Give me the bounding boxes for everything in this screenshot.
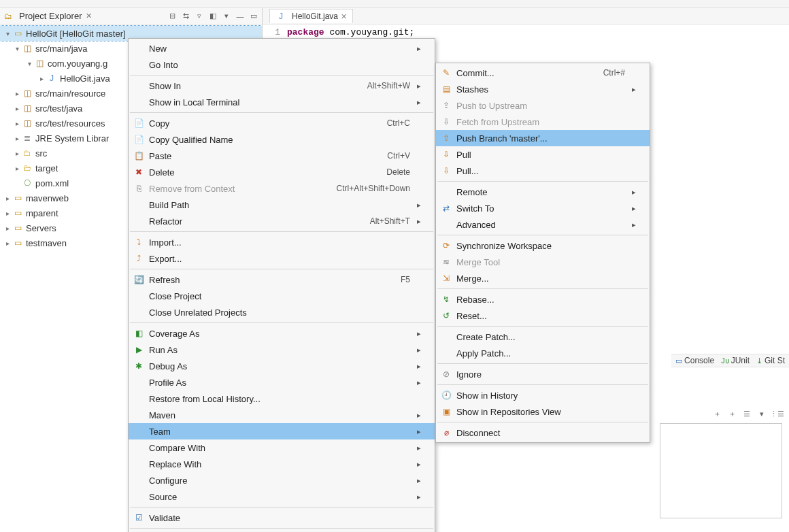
menu-item-source[interactable]: Source▸ (129, 488, 435, 505)
menu-item-build-path[interactable]: Build Path▸ (129, 197, 435, 213)
focus-icon[interactable]: ◧ (207, 11, 218, 22)
menu-item-copy-qualified-name[interactable]: 📄Copy Qualified Name (129, 131, 435, 148)
blank-icon (133, 59, 145, 70)
menu-item-refactor[interactable]: RefactorAlt+Shift+T▸ (129, 213, 435, 229)
add2-icon[interactable]: ＋ (726, 408, 737, 419)
menu-item-maven[interactable]: Maven▸ (129, 407, 435, 423)
menu-item-paste[interactable]: 📋PasteCtrl+V (129, 148, 435, 164)
menu-item-synchronize-workspace[interactable]: ⟳Synchronize Workspace (436, 237, 650, 254)
tree-item-label: src/test/resources (35, 118, 105, 129)
menu-item-stashes[interactable]: ▤Stashes▸ (436, 81, 650, 97)
menu-item-commit[interactable]: ✎Commit...Ctrl+# (436, 65, 650, 81)
chevron-right-icon[interactable]: ▸ (12, 150, 22, 157)
link-editor-icon[interactable]: ⇆ (180, 11, 191, 22)
menu-item-pull[interactable]: ⇩Pull (436, 146, 650, 163)
menu-item-rebase[interactable]: ↯Rebase... (436, 291, 650, 307)
editor-tab-label: HelloGit.java (292, 12, 338, 21)
menu-item-validate[interactable]: ☑Validate (129, 510, 435, 526)
menu-item-export[interactable]: ⤴Export... (129, 250, 435, 267)
commit-icon: ✎ (440, 67, 452, 78)
project-icon: ▭ (12, 28, 23, 39)
dropdown-icon[interactable]: ▾ (756, 408, 767, 419)
chevron-right-icon[interactable]: ▸ (3, 195, 12, 202)
chevron-right-icon[interactable]: ▸ (3, 225, 12, 232)
menu-item-accelerator: Ctrl+# (603, 68, 625, 78)
staging-panel[interactable] (660, 423, 782, 518)
chevron-down-icon[interactable]: ▾ (12, 45, 22, 52)
submenu-arrow-icon: ▸ (629, 204, 636, 213)
maximize-icon[interactable]: ▭ (248, 11, 259, 22)
tree-item-label: src/test/java (35, 103, 82, 114)
menu-item-remote[interactable]: Remote▸ (436, 184, 650, 200)
editor-tab-hellogit[interactable]: J HelloGit.java ✕ (269, 9, 353, 23)
tab-junit[interactable]: Jᴜ JUnit (721, 356, 750, 365)
menu-item-delete[interactable]: ✖DeleteDelete (129, 164, 435, 180)
submenu-arrow-icon: ▸ (414, 362, 421, 371)
menu-item-close-unrelated-projects[interactable]: Close Unrelated Projects (129, 304, 435, 320)
blank-icon (133, 80, 145, 91)
menu-item-show-in-repositories-view[interactable]: ▣Show in Repositories View (436, 403, 650, 420)
menu-item-refresh[interactable]: 🔄RefreshF5 (129, 271, 435, 288)
menu-item-switch-to[interactable]: ⇄Switch To▸ (436, 200, 650, 216)
close-icon[interactable]: ✕ (341, 12, 347, 21)
menu-item-compare-with[interactable]: Compare With▸ (129, 439, 435, 456)
menu-item-disconnect[interactable]: ⌀Disconnect (436, 425, 650, 441)
chevron-down-icon[interactable]: ▾ (24, 60, 34, 67)
menu-item-apply-patch[interactable]: Apply Patch... (436, 345, 650, 361)
menu-item-show-in[interactable]: Show InAlt+Shift+W▸ (129, 78, 435, 94)
copy-icon: 📄 (133, 134, 145, 145)
menu-item-profile-as[interactable]: Profile As▸ (129, 374, 435, 390)
chevron-right-icon[interactable]: ▸ (12, 120, 22, 127)
close-icon[interactable]: ✕ (86, 12, 92, 20)
project-explorer-tab[interactable]: 🗂 Project Explorer ✕ (3, 11, 96, 22)
reset-icon: ↺ (440, 310, 452, 321)
submenu-arrow-icon: ▸ (414, 346, 421, 354)
editor-body[interactable]: 1 package com.youyang.git; (263, 24, 789, 37)
chevron-right-icon[interactable]: ▸ (12, 135, 22, 142)
menu-item-show-in-history[interactable]: 🕘Show in History (436, 387, 650, 403)
menu-item-show-in-local-terminal[interactable]: Show in Local Terminal▸ (129, 94, 435, 110)
menu-item-ignore[interactable]: ⊘Ignore (436, 366, 650, 382)
list-icon[interactable]: ☰ (741, 408, 752, 419)
list2-icon[interactable]: ⋮☰ (771, 408, 782, 419)
context-menu[interactable]: New▸Go IntoShow InAlt+Shift+W▸Show in Lo… (128, 38, 435, 532)
menu-item-close-project[interactable]: Close Project (129, 288, 435, 304)
menu-item-import[interactable]: ⤵Import... (129, 234, 435, 250)
menu-item-pull[interactable]: ⇩Pull... (436, 163, 650, 179)
menu-item-copy[interactable]: 📄CopyCtrl+C (129, 115, 435, 131)
team-submenu[interactable]: ✎Commit...Ctrl+#▤Stashes▸⇪Push to Upstre… (435, 63, 650, 443)
chevron-right-icon[interactable]: ▸ (12, 105, 22, 112)
menu-item-create-patch[interactable]: Create Patch... (436, 329, 650, 345)
add-icon[interactable]: ＋ (711, 408, 722, 419)
menu-item-run-as[interactable]: ▶Run As▸ (129, 342, 435, 358)
filter-icon[interactable]: ▿ (194, 11, 205, 22)
chevron-right-icon[interactable]: ▸ (12, 165, 22, 172)
menu-item-go-into[interactable]: Go Into (129, 56, 435, 73)
submenu-arrow-icon: ▸ (414, 44, 421, 53)
chevron-down-icon[interactable]: ▾ (3, 30, 12, 37)
chevron-right-icon[interactable]: ▸ (3, 239, 12, 247)
chevron-right-icon[interactable]: ▸ (37, 75, 46, 82)
view-menu-icon[interactable]: ▾ (221, 11, 232, 22)
tab-console[interactable]: ▭ Console (675, 356, 714, 365)
chevron-right-icon[interactable]: ▸ (12, 90, 22, 97)
blank-icon (133, 290, 145, 301)
tree-item-label: src/main/java (35, 44, 88, 54)
menu-item-replace-with[interactable]: Replace With▸ (129, 456, 435, 472)
menu-separator (437, 288, 648, 289)
menu-item-debug-as[interactable]: ✱Debug As▸ (129, 358, 435, 374)
menu-item-push-branch-master[interactable]: ⇧Push Branch 'master'... (436, 130, 650, 146)
menu-item-new[interactable]: New▸ (129, 40, 435, 56)
minimize-icon[interactable]: — (235, 11, 246, 22)
menu-item-configure[interactable]: Configure▸ (129, 472, 435, 488)
menu-item-team[interactable]: Team▸ (129, 423, 435, 439)
menu-item-reset[interactable]: ↺Reset... (436, 307, 650, 324)
menu-item-merge[interactable]: ⇲Merge... (436, 270, 650, 286)
tab-git-staging[interactable]: ⤓ Git St (756, 356, 785, 365)
collapse-all-icon[interactable]: ⊟ (167, 11, 178, 22)
chevron-right-icon[interactable]: ▸ (3, 210, 12, 217)
submenu-arrow-icon: ▸ (414, 217, 421, 226)
menu-item-advanced[interactable]: Advanced▸ (436, 216, 650, 233)
menu-item-restore-from-local-history[interactable]: Restore from Local History... (129, 390, 435, 407)
menu-item-coverage-as[interactable]: ◧Coverage As▸ (129, 325, 435, 342)
